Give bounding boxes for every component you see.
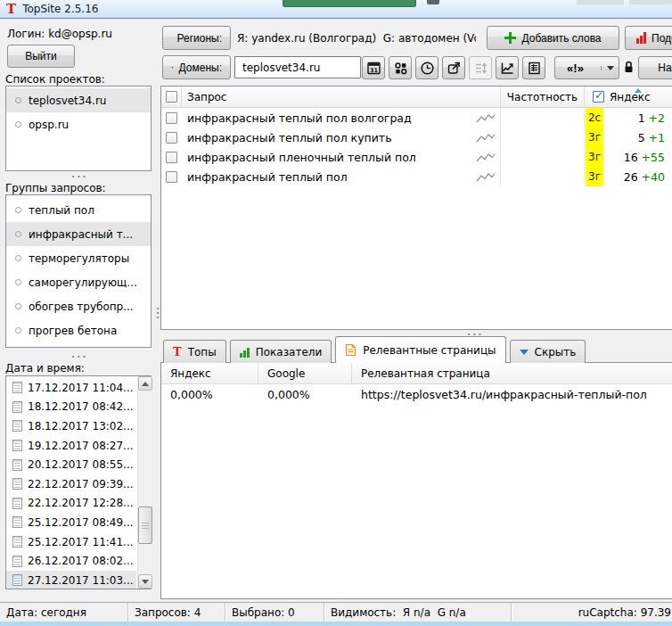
- column-yandex[interactable]: Яндекс: [585, 86, 672, 107]
- yandex-checkbox[interactable]: [593, 91, 604, 103]
- date-item[interactable]: 18.12.2017 13:02...: [6, 416, 136, 436]
- history-button[interactable]: [415, 56, 438, 79]
- report-button[interactable]: [522, 56, 545, 79]
- tab-hide[interactable]: Скрыть: [510, 340, 586, 363]
- marks-split-button[interactable]: «!»: [554, 56, 619, 79]
- date-item[interactable]: 19.12.2017 08:27...: [6, 436, 136, 456]
- date-item[interactable]: 26.12.2017 08:02...: [6, 551, 136, 571]
- calendar-icon: 31: [366, 61, 381, 76]
- relevant-pages-table: Яндекс Google Релевантная страница 0,000…: [160, 362, 672, 599]
- export-button[interactable]: [442, 56, 465, 79]
- date-item[interactable]: 20.12.2017 08:55...: [6, 455, 136, 474]
- sparkline-icon[interactable]: [476, 112, 496, 124]
- tops-icon: T: [173, 345, 182, 358]
- globe-icon: [171, 32, 172, 45]
- column-yandex-pct[interactable]: Яндекс: [161, 363, 258, 383]
- query-text: инфракрасный теплый пол: [187, 170, 348, 184]
- sparkline-icon[interactable]: [476, 132, 496, 144]
- sort-asc-icon: [635, 88, 642, 93]
- column-frequency[interactable]: Частотность: [501, 86, 585, 107]
- group-item[interactable]: саморегулирующ...: [6, 270, 151, 294]
- svg-text:31: 31: [369, 67, 378, 74]
- select-all-checkbox[interactable]: [166, 91, 177, 103]
- project-item[interactable]: teplosvet34.ru: [6, 88, 151, 112]
- date-item[interactable]: 25.12.2017 11:41...: [6, 532, 136, 552]
- groups-view-button[interactable]: [389, 56, 412, 79]
- group-label: терморегуляторы: [29, 252, 129, 265]
- date-item[interactable]: 22.12.2017 09:39...: [6, 474, 136, 494]
- date-item[interactable]: 22.12.2017 12:28...: [6, 494, 136, 514]
- add-words-button[interactable]: Добавить слова: [487, 26, 619, 50]
- query-row[interactable]: инфракрасный теплый пол купить 3г 5 +1: [161, 128, 672, 147]
- tab-tops[interactable]: T Топы: [163, 340, 226, 363]
- scroll-up-button[interactable]: [138, 376, 152, 391]
- sparkline-icon[interactable]: [476, 171, 496, 183]
- scroll-thumb[interactable]: [138, 507, 152, 544]
- calendar-button[interactable]: 31: [362, 56, 385, 79]
- domain-input[interactable]: [234, 56, 361, 78]
- project-label: opsp.ru: [29, 119, 69, 131]
- google-pct-value: 0,000%: [258, 388, 352, 401]
- bullet-icon: [15, 207, 21, 213]
- date-item[interactable]: 18.12.2017 08:42...: [6, 398, 136, 417]
- status-selected-count: Выбрано: 0: [225, 603, 324, 622]
- project-item[interactable]: opsp.ru: [6, 112, 151, 136]
- splitter-handle[interactable]: ···: [71, 175, 88, 180]
- settings-button[interactable]: На: [638, 56, 672, 79]
- group-item[interactable]: терморегуляторы: [6, 246, 151, 270]
- query-row[interactable]: инфракрасный теплый пол волгоград 2с 1 +…: [161, 108, 672, 128]
- group-item[interactable]: прогрев бетона: [6, 318, 151, 342]
- column-page[interactable]: Релевантная страница: [352, 363, 672, 383]
- page-row[interactable]: 0,000% 0,000% https://teplosvet34.ru/инф…: [161, 384, 672, 404]
- add-words-label: Добавить слова: [521, 32, 601, 45]
- regions-button[interactable]: Регионы:: [162, 26, 231, 50]
- sparkline-icon[interactable]: [476, 152, 496, 163]
- frequency-cell: [501, 108, 585, 128]
- queries-table-header: Запрос Частотность Яндекс: [161, 86, 672, 108]
- query-row[interactable]: инфракрасный пленочный теплый пол 3г 16 …: [161, 147, 672, 167]
- group-label: обогрев трубопр...: [29, 301, 134, 313]
- status-date: Дата: сегодня: [0, 603, 128, 622]
- group-item[interactable]: обогрев трубопр...: [6, 294, 151, 318]
- query-row[interactable]: инфракрасный теплый пол 3г 26 +40: [161, 167, 672, 186]
- splitter-handle[interactable]: ···: [71, 355, 88, 360]
- scroll-down-button[interactable]: [138, 574, 152, 589]
- marks-dropdown[interactable]: [601, 66, 619, 70]
- lock-icon: [623, 60, 635, 74]
- marks-label: «!»: [555, 62, 595, 75]
- regions-button-label: Регионы:: [177, 32, 223, 45]
- status-visibility: Видимость: Я n/a G n/a: [324, 603, 512, 622]
- column-query[interactable]: Запрос: [182, 86, 501, 107]
- row-checkbox[interactable]: [166, 132, 177, 144]
- date-item[interactable]: 27.12.2017 11:03...: [6, 571, 136, 589]
- age-badge: 3г: [586, 167, 603, 186]
- vertical-splitter-handle[interactable]: ···: [156, 307, 160, 320]
- group-item[interactable]: теплый пол: [6, 198, 151, 222]
- app-logo-icon: T: [6, 3, 16, 16]
- group-item[interactable]: инфракрасный т...: [6, 222, 151, 246]
- title-bar: T TopSite 2.5.16: [0, 0, 672, 19]
- logout-button[interactable]: Выйти: [7, 45, 75, 68]
- column-google-pct[interactable]: Google: [258, 363, 352, 383]
- dates-scrollbar[interactable]: [137, 376, 152, 589]
- position-delta: +1: [649, 131, 665, 144]
- pages-rows: 0,000% 0,000% https://teplosvet34.ru/инф…: [161, 384, 672, 404]
- row-checkbox[interactable]: [166, 171, 177, 183]
- date-item[interactable]: 17.12.2017 11:04...: [6, 378, 136, 398]
- note-icon: [12, 536, 22, 548]
- column-google-pct-label: Google: [267, 367, 305, 380]
- status-queries-count: Запросов: 4: [128, 603, 225, 622]
- groups-listbox: теплый пол инфракрасный т... терморегуля…: [5, 194, 152, 348]
- tab-stats[interactable]: Показатели: [230, 340, 332, 363]
- group-label: теплый пол: [29, 204, 94, 217]
- note-icon: [12, 420, 22, 432]
- chart-button[interactable]: [496, 56, 519, 79]
- date-item[interactable]: 25.12.2017 08:49...: [6, 513, 136, 532]
- pick-words-button[interactable]: Подб: [625, 26, 672, 50]
- sort-button[interactable]: [469, 56, 492, 79]
- domains-button[interactable]: Домены:: [162, 55, 231, 79]
- age-badge: 3г: [586, 128, 603, 147]
- row-checkbox[interactable]: [166, 152, 177, 163]
- row-checkbox[interactable]: [166, 112, 177, 124]
- tab-relevant-pages[interactable]: Релевантные страницы: [335, 336, 505, 363]
